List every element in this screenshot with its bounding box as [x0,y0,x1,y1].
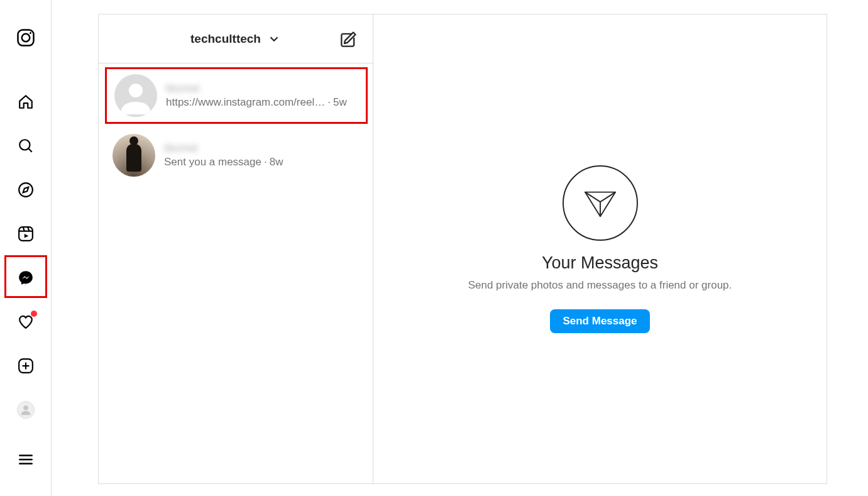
nav-explore[interactable] [11,175,41,205]
thread-item[interactable]: blurred https://www.instagram.com/reel… … [105,67,368,124]
thread-subtitle: Sent you a message · 8w [164,156,359,168]
home-icon [18,94,34,110]
thread-subtitle: https://www.instagram.com/reel… · 5w [166,96,358,109]
thread-name: blurred [166,82,358,95]
silhouette-avatar [113,134,155,177]
svg-point-20 [129,84,143,97]
dm-panel: techculttech [98,14,827,484]
send-message-button[interactable]: Send Message [550,309,649,333]
svg-marker-6 [23,187,28,193]
nav-notifications[interactable] [11,307,41,337]
thread-preview: https://www.instagram.com/reel… [166,96,325,109]
nav-home[interactable] [11,87,41,117]
thread-avatar [113,134,155,177]
instagram-icon [16,28,35,47]
account-switcher[interactable]: techculttech [190,32,281,46]
notification-dot [31,311,37,317]
svg-line-23 [585,192,600,201]
svg-line-24 [600,192,615,201]
svg-point-3 [19,140,30,150]
nav-reels[interactable] [11,219,41,249]
compose-icon [340,30,358,48]
nav-more[interactable] [11,444,41,475]
chevron-down-icon [267,32,281,46]
svg-rect-7 [19,227,33,241]
placeholder-avatar-icon [114,74,157,117]
svg-point-15 [23,405,28,411]
menu-icon [18,451,34,468]
svg-point-2 [30,32,31,34]
thread-body: blurred https://www.instagram.com/reel… … [166,82,358,109]
empty-title: Your Messages [542,253,658,273]
plus-square-icon [18,358,34,374]
compose-button[interactable] [339,29,359,49]
svg-line-4 [28,148,31,152]
thread-item[interactable]: blurred Sent you a message · 8w [99,128,373,183]
nav-messages[interactable] [11,263,41,293]
threads-header: techculttech [99,14,373,63]
messages-hero-icon-circle [563,165,638,241]
search-icon [18,138,34,154]
account-username: techculttech [190,32,261,46]
reels-icon [18,226,34,242]
compass-icon [18,182,34,198]
svg-marker-11 [24,234,28,238]
thread-name: blurred [164,142,359,155]
messenger-icon [18,270,34,286]
svg-point-5 [19,183,33,197]
empty-desc: Send private photos and messages to a fr… [468,279,732,292]
profile-avatar [17,401,35,419]
nav-create[interactable] [11,351,41,381]
empty-state: Your Messages Send private photos and me… [373,14,827,483]
heart-icon [18,314,34,330]
svg-rect-0 [18,30,33,46]
instagram-logo[interactable] [11,23,41,53]
thread-time: 8w [270,156,283,168]
nav-search[interactable] [11,131,41,161]
person-icon [19,404,32,416]
thread-avatar [114,74,157,117]
thread-list: blurred https://www.instagram.com/reel… … [99,63,373,483]
thread-preview: Sent you a message [164,156,261,168]
threads-column: techculttech [99,14,373,483]
svg-point-1 [21,34,30,42]
nav-profile[interactable] [11,395,41,425]
paper-plane-icon [582,185,618,221]
thread-time: 5w [333,96,347,109]
nav-rail [0,0,52,496]
thread-body: blurred Sent you a message · 8w [164,142,359,168]
